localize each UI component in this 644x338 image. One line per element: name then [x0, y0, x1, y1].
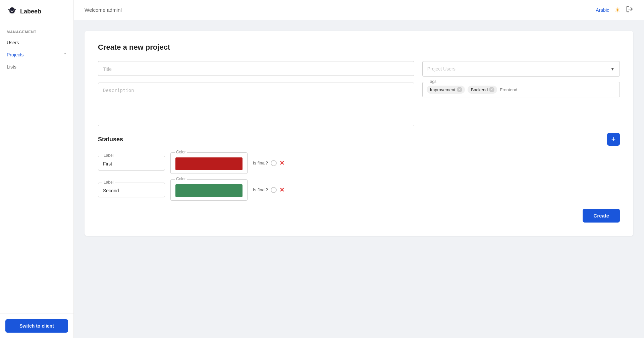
page-title: Create a new project	[98, 43, 620, 52]
svg-point-1	[10, 9, 11, 10]
status-1-color-field: Color	[170, 152, 248, 174]
status-1-is-final-group: Is final? ✕	[253, 159, 284, 167]
statuses-title: Statuses	[98, 136, 123, 143]
tag-chip-backend: Backend ✕	[468, 86, 497, 94]
form-actions: Create	[98, 209, 620, 223]
sidebar-item-projects[interactable]: Projects ⌃	[0, 49, 73, 61]
create-button[interactable]: Create	[583, 209, 620, 223]
status-1-label-wrapper: Label	[98, 156, 165, 171]
status-row-2: Label Color Is final? ✕	[98, 179, 620, 201]
sidebar-item-lists[interactable]: Lists	[0, 61, 73, 73]
status-2-color-field: Color	[170, 179, 248, 201]
logo-area: Labeeb	[0, 0, 73, 23]
theme-icon[interactable]: ☀	[614, 6, 621, 14]
statuses-header: Statuses +	[98, 133, 620, 146]
tag-improvement-remove[interactable]: ✕	[457, 87, 462, 92]
tag-backend-text: Backend	[471, 87, 488, 92]
status-1-delete-button[interactable]: ✕	[279, 159, 284, 167]
tag-backend-remove[interactable]: ✕	[489, 87, 494, 92]
title-input[interactable]	[103, 66, 409, 72]
switch-to-client-button[interactable]: Switch to client	[5, 319, 68, 333]
status-2-color-wrapper: Color	[170, 179, 248, 201]
top-header: Welcome admin! Arabic ☀	[74, 0, 644, 20]
tags-field: Tags Improvement ✕ Backend ✕	[422, 82, 620, 97]
sidebar-item-users[interactable]: Users	[0, 37, 73, 49]
create-project-card: Create a new project	[85, 31, 633, 236]
management-section-title: MANAGEMENT	[0, 23, 73, 37]
title-field	[98, 61, 414, 76]
logout-icon[interactable]	[626, 5, 633, 14]
status-1-label-field: Label	[98, 156, 165, 171]
status-1-label-input[interactable]	[103, 161, 160, 166]
status-2-color-block[interactable]	[175, 184, 243, 197]
is-final-label-1: Is final?	[253, 160, 268, 166]
color-field-label-1: Color	[175, 150, 187, 154]
sidebar-users-label: Users	[7, 40, 19, 45]
sidebar-lists-label: Lists	[7, 64, 16, 69]
status-2-label-input[interactable]	[103, 188, 160, 193]
label-field-label-2: Label	[102, 180, 115, 185]
welcome-text: Welcome admin!	[85, 7, 122, 13]
sidebar-projects-label: Projects	[7, 52, 24, 57]
sidebar-bottom: Switch to client	[0, 313, 73, 338]
svg-point-2	[13, 9, 14, 10]
status-2-label-wrapper: Label	[98, 183, 165, 197]
language-button[interactable]: Arabic	[596, 7, 609, 13]
status-2-delete-button[interactable]: ✕	[279, 186, 284, 194]
form-left-column	[98, 61, 414, 126]
add-status-button[interactable]: +	[607, 133, 620, 146]
status-row-1: Label Color Is final? ✕	[98, 152, 620, 174]
status-1-is-final-radio[interactable]	[271, 160, 277, 166]
description-field	[98, 83, 414, 126]
tag-improvement-text: Improvement	[430, 87, 455, 92]
chevron-up-icon: ⌃	[63, 52, 67, 57]
description-input[interactable]	[103, 88, 409, 121]
tags-label: Tags	[427, 79, 438, 84]
tag-chip-improvement: Improvement ✕	[427, 86, 465, 94]
label-field-label-1: Label	[102, 153, 115, 158]
page-content: Create a new project	[74, 20, 644, 338]
logo-icon	[7, 6, 17, 17]
project-users-dropdown[interactable]: Project Users ▼	[422, 61, 620, 77]
header-right: Arabic ☀	[596, 5, 633, 14]
status-2-is-final-group: Is final? ✕	[253, 186, 284, 194]
status-1-color-wrapper: Color	[170, 152, 248, 174]
main-area: Welcome admin! Arabic ☀ Create a new pro…	[74, 0, 644, 338]
status-2-is-final-radio[interactable]	[271, 187, 277, 193]
status-2-label-field: Label	[98, 183, 165, 197]
form-top-row: Project Users ▼ Tags Improvement ✕ Ba	[98, 61, 620, 126]
color-field-label-2: Color	[175, 177, 187, 181]
tags-row: Improvement ✕ Backend ✕	[427, 86, 615, 94]
chevron-down-icon: ▼	[610, 66, 615, 71]
sidebar: Labeeb MANAGEMENT Users Projects ⌃ Lists…	[0, 0, 74, 338]
form-right-column: Project Users ▼ Tags Improvement ✕ Ba	[422, 61, 620, 97]
sidebar-nav: MANAGEMENT Users Projects ⌃ Lists	[0, 23, 73, 313]
status-1-color-block[interactable]	[175, 157, 243, 170]
logo-text: Labeeb	[20, 8, 41, 15]
tag-input[interactable]	[500, 87, 556, 92]
is-final-label-2: Is final?	[253, 187, 268, 193]
project-users-label: Project Users	[427, 66, 455, 71]
